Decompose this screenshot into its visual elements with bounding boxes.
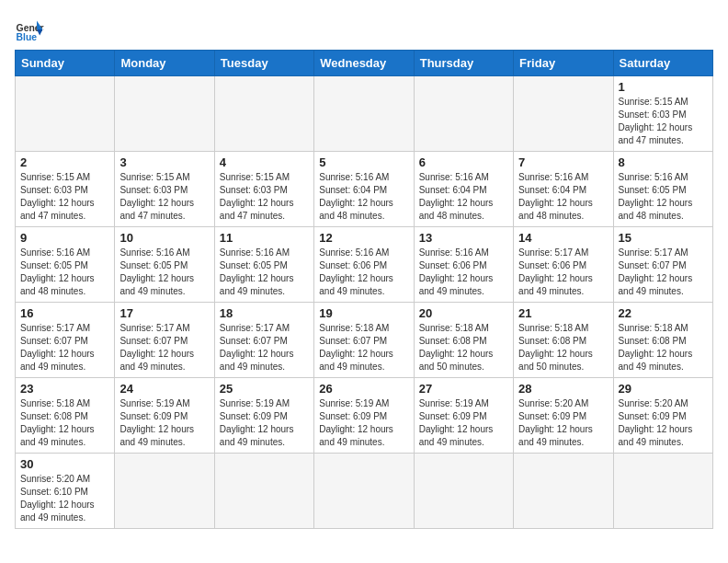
- day-info: Sunrise: 5:16 AMSunset: 6:06 PMDaylight:…: [419, 247, 508, 298]
- day-cell: 8Sunrise: 5:16 AMSunset: 6:05 PMDaylight…: [613, 152, 712, 227]
- day-number: 15: [619, 231, 708, 245]
- day-info: Sunrise: 5:16 AMSunset: 6:04 PMDaylight:…: [518, 171, 608, 223]
- day-cell: 29Sunrise: 5:20 AMSunset: 6:09 PMDayligh…: [613, 378, 712, 454]
- day-cell: 9Sunrise: 5:16 AMSunset: 6:05 PMDaylight…: [16, 227, 115, 303]
- day-cell: 7Sunrise: 5:16 AMSunset: 6:04 PMDaylight…: [514, 152, 613, 227]
- day-number: 9: [20, 231, 109, 245]
- day-cell: 20Sunrise: 5:18 AMSunset: 6:08 PMDayligh…: [414, 303, 513, 378]
- day-cell: 25Sunrise: 5:19 AMSunset: 6:09 PMDayligh…: [214, 378, 313, 454]
- day-cell: 5Sunrise: 5:16 AMSunset: 6:04 PMDaylight…: [314, 152, 414, 227]
- day-header-wednesday: Wednesday: [314, 51, 414, 76]
- day-info: Sunrise: 5:15 AMSunset: 6:03 PMDaylight:…: [619, 96, 708, 147]
- day-cell: [115, 454, 214, 529]
- day-cell: [314, 76, 414, 152]
- day-info: Sunrise: 5:16 AMSunset: 6:05 PMDaylight:…: [119, 247, 209, 298]
- day-info: Sunrise: 5:17 AMSunset: 6:07 PMDaylight:…: [119, 322, 209, 373]
- week-row-6: 30Sunrise: 5:20 AMSunset: 6:10 PMDayligh…: [16, 454, 713, 529]
- day-cell: [16, 76, 115, 152]
- day-cell: 22Sunrise: 5:18 AMSunset: 6:08 PMDayligh…: [613, 303, 712, 378]
- day-cell: [414, 76, 513, 152]
- day-info: Sunrise: 5:16 AMSunset: 6:05 PMDaylight:…: [619, 171, 708, 223]
- day-cell: 18Sunrise: 5:17 AMSunset: 6:07 PMDayligh…: [214, 303, 313, 378]
- day-header-saturday: Saturday: [613, 51, 712, 76]
- day-info: Sunrise: 5:18 AMSunset: 6:08 PMDaylight:…: [518, 322, 608, 373]
- day-info: Sunrise: 5:19 AMSunset: 6:09 PMDaylight:…: [119, 397, 209, 449]
- day-info: Sunrise: 5:20 AMSunset: 6:09 PMDaylight:…: [619, 397, 708, 449]
- day-info: Sunrise: 5:15 AMSunset: 6:03 PMDaylight:…: [20, 171, 109, 223]
- day-header-monday: Monday: [115, 51, 214, 76]
- day-cell: 19Sunrise: 5:18 AMSunset: 6:07 PMDayligh…: [314, 303, 414, 378]
- day-number: 24: [119, 382, 209, 396]
- day-cell: 27Sunrise: 5:19 AMSunset: 6:09 PMDayligh…: [414, 378, 513, 454]
- day-cell: 17Sunrise: 5:17 AMSunset: 6:07 PMDayligh…: [115, 303, 214, 378]
- day-number: 8: [619, 155, 708, 169]
- day-info: Sunrise: 5:16 AMSunset: 6:05 PMDaylight:…: [20, 247, 109, 298]
- week-row-3: 9Sunrise: 5:16 AMSunset: 6:05 PMDaylight…: [16, 227, 713, 303]
- logo: General Blue: [15, 15, 44, 44]
- day-info: Sunrise: 5:16 AMSunset: 6:06 PMDaylight:…: [319, 247, 408, 298]
- day-number: 23: [20, 382, 109, 396]
- day-cell: 21Sunrise: 5:18 AMSunset: 6:08 PMDayligh…: [514, 303, 613, 378]
- day-cell: [514, 76, 613, 152]
- day-number: 22: [619, 306, 708, 320]
- logo-icon: General Blue: [15, 15, 44, 44]
- svg-text:Blue: Blue: [17, 32, 38, 42]
- day-cell: 24Sunrise: 5:19 AMSunset: 6:09 PMDayligh…: [115, 378, 214, 454]
- day-cell: [214, 76, 313, 152]
- day-number: 25: [220, 382, 309, 396]
- day-number: 16: [20, 306, 109, 320]
- day-info: Sunrise: 5:17 AMSunset: 6:07 PMDaylight:…: [619, 247, 708, 298]
- day-info: Sunrise: 5:16 AMSunset: 6:04 PMDaylight:…: [319, 171, 408, 223]
- day-number: 11: [220, 231, 309, 245]
- day-number: 29: [619, 382, 708, 396]
- day-info: Sunrise: 5:15 AMSunset: 6:03 PMDaylight:…: [220, 171, 309, 223]
- header: General Blue: [15, 15, 713, 44]
- day-cell: 6Sunrise: 5:16 AMSunset: 6:04 PMDaylight…: [414, 152, 513, 227]
- day-info: Sunrise: 5:19 AMSunset: 6:09 PMDaylight:…: [419, 397, 508, 449]
- day-cell: 16Sunrise: 5:17 AMSunset: 6:07 PMDayligh…: [16, 303, 115, 378]
- day-number: 27: [419, 382, 508, 396]
- day-number: 30: [20, 457, 109, 471]
- day-number: 3: [119, 155, 209, 169]
- day-info: Sunrise: 5:18 AMSunset: 6:08 PMDaylight:…: [20, 397, 109, 449]
- day-info: Sunrise: 5:19 AMSunset: 6:09 PMDaylight:…: [220, 397, 309, 449]
- day-header-thursday: Thursday: [414, 51, 513, 76]
- day-info: Sunrise: 5:16 AMSunset: 6:05 PMDaylight:…: [220, 247, 309, 298]
- header-row: SundayMondayTuesdayWednesdayThursdayFrid…: [16, 51, 713, 76]
- day-info: Sunrise: 5:18 AMSunset: 6:07 PMDaylight:…: [319, 322, 408, 373]
- calendar-table: SundayMondayTuesdayWednesdayThursdayFrid…: [15, 50, 713, 529]
- day-header-tuesday: Tuesday: [214, 51, 313, 76]
- week-row-5: 23Sunrise: 5:18 AMSunset: 6:08 PMDayligh…: [16, 378, 713, 454]
- day-number: 13: [419, 231, 508, 245]
- day-cell: [314, 454, 414, 529]
- day-info: Sunrise: 5:19 AMSunset: 6:09 PMDaylight:…: [319, 397, 408, 449]
- day-number: 20: [419, 306, 508, 320]
- day-cell: 12Sunrise: 5:16 AMSunset: 6:06 PMDayligh…: [314, 227, 414, 303]
- day-cell: 15Sunrise: 5:17 AMSunset: 6:07 PMDayligh…: [613, 227, 712, 303]
- day-info: Sunrise: 5:17 AMSunset: 6:07 PMDaylight:…: [20, 322, 109, 373]
- day-number: 2: [20, 155, 109, 169]
- day-number: 18: [220, 306, 309, 320]
- day-cell: [613, 454, 712, 529]
- day-info: Sunrise: 5:17 AMSunset: 6:07 PMDaylight:…: [220, 322, 309, 373]
- day-cell: 14Sunrise: 5:17 AMSunset: 6:06 PMDayligh…: [514, 227, 613, 303]
- day-info: Sunrise: 5:18 AMSunset: 6:08 PMDaylight:…: [419, 322, 508, 373]
- day-cell: [115, 76, 214, 152]
- day-number: 28: [518, 382, 608, 396]
- day-cell: 2Sunrise: 5:15 AMSunset: 6:03 PMDaylight…: [16, 152, 115, 227]
- day-number: 21: [518, 306, 608, 320]
- day-number: 17: [119, 306, 209, 320]
- day-cell: 10Sunrise: 5:16 AMSunset: 6:05 PMDayligh…: [115, 227, 214, 303]
- day-number: 10: [119, 231, 209, 245]
- day-number: 12: [319, 231, 408, 245]
- day-number: 5: [319, 155, 408, 169]
- day-cell: 3Sunrise: 5:15 AMSunset: 6:03 PMDaylight…: [115, 152, 214, 227]
- day-cell: [214, 454, 313, 529]
- day-info: Sunrise: 5:15 AMSunset: 6:03 PMDaylight:…: [119, 171, 209, 223]
- day-header-sunday: Sunday: [16, 51, 115, 76]
- week-row-4: 16Sunrise: 5:17 AMSunset: 6:07 PMDayligh…: [16, 303, 713, 378]
- day-cell: 4Sunrise: 5:15 AMSunset: 6:03 PMDaylight…: [214, 152, 313, 227]
- week-row-2: 2Sunrise: 5:15 AMSunset: 6:03 PMDaylight…: [16, 152, 713, 227]
- day-info: Sunrise: 5:16 AMSunset: 6:04 PMDaylight:…: [419, 171, 508, 223]
- day-info: Sunrise: 5:18 AMSunset: 6:08 PMDaylight:…: [619, 322, 708, 373]
